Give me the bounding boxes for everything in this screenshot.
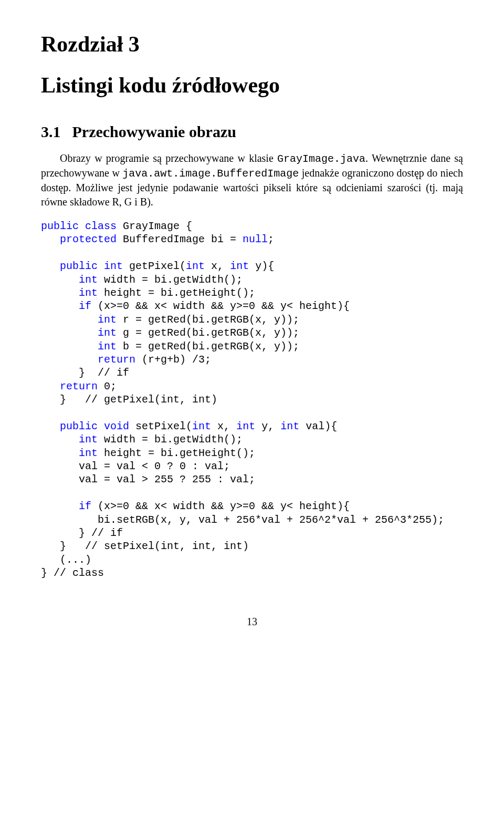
code-keyword: if <box>79 300 91 312</box>
code-keyword: int <box>230 260 249 272</box>
code-keyword: return <box>60 380 98 392</box>
code-keyword: int <box>192 420 211 432</box>
code-text <box>41 340 98 353</box>
code-text: x, <box>211 420 236 432</box>
code-text: (r+g+b) /3; <box>135 354 211 366</box>
code-keyword: protected <box>60 233 117 245</box>
code-text <box>98 260 104 272</box>
code-text: BufferedImage bi = <box>117 233 243 245</box>
code-text: width = bi.getWidth(); <box>98 433 243 446</box>
code-text <box>41 380 60 392</box>
code-keyword: void <box>104 420 129 432</box>
code-text: GrayImage { <box>117 220 192 232</box>
code-keyword: int <box>280 420 299 432</box>
code-inline: GrayImage.java <box>277 153 365 165</box>
code-keyword: null <box>243 233 268 245</box>
code-text: (x>=0 && x< width && y>=0 && y< height){ <box>91 300 350 312</box>
code-text <box>41 314 98 326</box>
code-text: val){ <box>299 420 337 432</box>
code-text: y){ <box>249 260 274 272</box>
code-text: val = val > 255 ? 255 : val; <box>41 473 255 485</box>
code-keyword: int <box>186 260 205 272</box>
code-text: x, <box>205 260 230 272</box>
code-text: } // if <box>41 527 123 539</box>
code-text: r = getRed(bi.getRGB(x, y)); <box>117 314 299 326</box>
code-text <box>41 327 98 339</box>
code-text <box>41 447 79 459</box>
code-keyword: int <box>79 287 98 299</box>
code-text <box>41 300 79 312</box>
code-text: val = val < 0 ? 0 : val; <box>41 460 230 472</box>
code-text: height = bi.getHeight(); <box>98 287 255 299</box>
code-text <box>41 500 79 512</box>
code-text: y, <box>255 420 280 432</box>
code-text <box>41 260 60 272</box>
code-text: } // getPixel(int, int) <box>41 394 217 406</box>
code-keyword: int <box>79 274 98 286</box>
code-text: setPixel( <box>129 420 192 432</box>
chapter-title: Listingi kodu źródłowego <box>41 73 463 98</box>
code-text <box>41 433 79 446</box>
code-keyword: class <box>85 220 117 232</box>
code-text: b = getRed(bi.getRGB(x, y)); <box>117 340 299 353</box>
code-keyword: int <box>98 340 117 353</box>
code-listing: public class GrayImage { protected Buffe… <box>41 220 463 580</box>
code-keyword: public <box>41 220 79 232</box>
code-text: } // if <box>41 367 129 379</box>
code-text: (x>=0 && x< width && y>=0 && y< height){ <box>91 500 350 512</box>
code-keyword: int <box>98 327 117 339</box>
code-keyword: int <box>236 420 255 432</box>
section-heading: Przechowywanie obrazu <box>72 123 236 140</box>
code-keyword: if <box>79 500 91 512</box>
code-text <box>41 274 79 286</box>
code-text: bi.setRGB(x, y, val + 256*val + 256^2*va… <box>41 514 444 526</box>
code-text <box>79 220 85 232</box>
code-text: ; <box>268 233 274 245</box>
code-text: } // class <box>41 567 104 579</box>
code-text <box>98 420 104 432</box>
page-number: 13 <box>41 616 463 628</box>
code-keyword: int <box>79 447 98 459</box>
code-text <box>41 354 98 366</box>
code-keyword: public <box>60 260 98 272</box>
code-keyword: return <box>98 354 135 366</box>
code-keyword: int <box>98 314 117 326</box>
chapter-label: Rozdział 3 <box>41 32 463 57</box>
code-text: width = bi.getWidth(); <box>98 274 243 286</box>
code-text: 0; <box>98 380 117 392</box>
code-text: height = bi.getHeight(); <box>98 447 255 459</box>
code-text: (...) <box>41 554 91 566</box>
code-keyword: public <box>60 420 98 432</box>
code-keyword: int <box>104 260 123 272</box>
code-keyword: int <box>79 433 98 446</box>
section-title: 3.1Przechowywanie obrazu <box>41 123 463 141</box>
code-text <box>41 287 79 299</box>
section-number: 3.1 <box>41 123 61 140</box>
code-inline: java.awt.image.BufferedImage <box>122 168 299 180</box>
code-text: getPixel( <box>123 260 186 272</box>
code-text: } // setPixel(int, int, int) <box>41 540 249 552</box>
code-text <box>41 420 60 432</box>
intro-paragraph: Obrazy w programie są przechowywane w kl… <box>41 151 463 209</box>
text: Obrazy w programie są przechowywane w kl… <box>60 152 277 164</box>
code-text <box>41 233 60 245</box>
code-text: g = getRed(bi.getRGB(x, y)); <box>117 327 299 339</box>
